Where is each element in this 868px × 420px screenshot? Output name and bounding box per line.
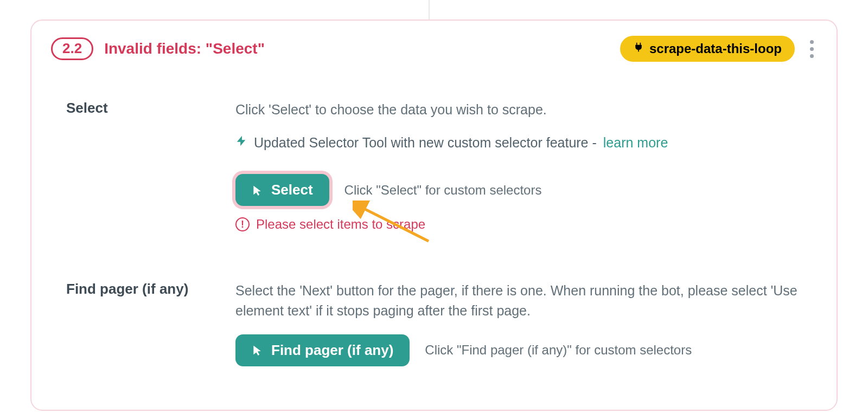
error-icon: ! [235,217,250,231]
cursor-icon [252,184,263,197]
selector-tool-info: Updated Selector Tool with new custom se… [235,133,817,152]
pager-description: Select the 'Next' button for the pager, … [235,281,817,320]
plugin-tag-pill[interactable]: scrape-data-this-loop [620,36,795,62]
select-description: Click 'Select' to choose the data you wi… [235,100,817,119]
top-divider-line [429,0,430,20]
header-left: 2.2 Invalid fields: "Select" [51,37,265,60]
select-button-row: Select Click "Select" for custom selecto… [235,174,817,206]
select-button[interactable]: Select [235,174,329,206]
bolt-icon [235,133,247,152]
cursor-icon [252,344,263,357]
field-content-pager: Select the 'Next' button for the pager, … [235,281,817,377]
select-error: ! Please select items to scrape [235,217,817,232]
kebab-dot-icon [810,47,814,51]
find-pager-button-label: Find pager (if any) [271,342,393,359]
pager-hint: Click "Find pager (if any)" for custom s… [425,343,692,358]
info-text: Updated Selector Tool with new custom se… [254,135,597,151]
plugin-tag-label: scrape-data-this-loop [649,41,782,56]
step-card: 2.2 Invalid fields: "Select" scrape-data… [30,20,838,411]
field-content-select: Click 'Select' to choose the data you wi… [235,100,817,232]
select-hint: Click "Select" for custom selectors [344,183,542,198]
card-title: Invalid fields: "Select" [104,40,265,57]
field-label-pager: Find pager (if any) [51,281,235,298]
learn-more-link[interactable]: learn more [603,135,668,151]
kebab-dot-icon [810,40,814,44]
step-number-pill: 2.2 [51,37,93,60]
field-row-select: Select Click 'Select' to choose the data… [51,100,817,232]
field-row-pager: Find pager (if any) Select the 'Next' bu… [51,281,817,377]
card-header: 2.2 Invalid fields: "Select" scrape-data… [51,36,817,62]
select-button-label: Select [271,182,313,198]
kebab-dot-icon [810,54,814,58]
more-menu-button[interactable] [807,37,817,61]
header-right: scrape-data-this-loop [620,36,817,62]
error-text: Please select items to scrape [256,217,425,232]
find-pager-button[interactable]: Find pager (if any) [235,334,410,366]
pager-button-row: Find pager (if any) Click "Find pager (i… [235,334,817,366]
plug-icon [633,42,644,55]
field-label-select: Select [51,100,235,117]
